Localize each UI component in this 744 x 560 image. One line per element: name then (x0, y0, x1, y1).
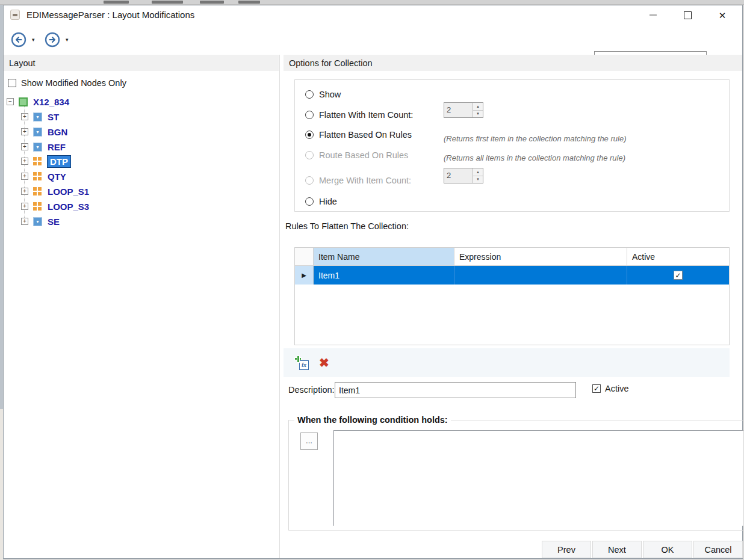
tree-node-label[interactable]: QTY (48, 171, 66, 182)
maximize-icon (684, 11, 692, 19)
tree-node-loop-s3[interactable]: + LOOP_S3 (21, 200, 89, 213)
merge-item-count-spinner: 2 ▲ ▼ (444, 168, 483, 183)
minimize-button (639, 5, 668, 25)
flatten-item-count-spinner: 2 ▲ ▼ (444, 102, 483, 118)
cell-expression[interactable] (454, 266, 627, 285)
tree-node-label[interactable]: SE (48, 217, 60, 227)
segment-icon: ▼ (33, 128, 42, 137)
radio-icon[interactable] (305, 111, 314, 119)
plus-icon (295, 356, 301, 362)
rules-section-label: Rules To Flatten The Collection: (285, 221, 409, 231)
rules-toolbar: fx ✖ (284, 348, 730, 377)
expand-icon[interactable]: + (21, 203, 28, 210)
tree-node-st[interactable]: + ▼ ST (21, 110, 59, 123)
tree-node-label[interactable]: BGN (48, 127, 67, 137)
radio-flatten-with-item-count[interactable]: Flatten With Item Count: (305, 110, 413, 120)
layout-panel-title: Layout (9, 58, 36, 68)
description-label: Description: (288, 385, 335, 395)
spinner-up-icon: ▲ (473, 168, 483, 176)
expand-icon[interactable]: + (21, 143, 28, 150)
ok-button[interactable]: OK (643, 541, 692, 558)
tree-node-label[interactable]: X12_834 (33, 97, 69, 107)
navigation-toolbar: ▾ ▾ Editing: EDIMessageParser ▾ (4, 25, 742, 55)
options-panel-header: Options for Collection (284, 55, 742, 71)
screen: EDIMessageParser : Layout Modifications … (0, 0, 744, 560)
minimize-icon (649, 14, 657, 16)
background-menu-fragment (152, 1, 183, 4)
radio-show[interactable]: Show (305, 90, 341, 99)
forward-dropdown-caret-icon[interactable]: ▾ (66, 37, 69, 43)
tree-node-bgn[interactable]: + ▼ BGN (21, 125, 67, 138)
collection-options-group: Show Flatten With Item Count: 2 ▲ ▼ Flat… (294, 79, 730, 212)
tree-node-label[interactable]: LOOP_S1 (48, 186, 89, 197)
cell-item-name[interactable]: Item1 (314, 266, 454, 285)
column-header-expression[interactable]: Expression (454, 248, 627, 265)
spinner-down-icon: ▼ (473, 110, 483, 118)
tree-node-se[interactable]: + ▼ SE (21, 215, 60, 228)
collection-icon (33, 202, 42, 211)
flatten-rules-hint: (Returns first item in the collection ma… (444, 134, 626, 143)
tree-node-qty[interactable]: + QTY (21, 170, 66, 183)
row-selector-cell[interactable]: ▶ (295, 266, 314, 285)
maximize-button[interactable] (673, 5, 702, 25)
tree-node-loop-s1[interactable]: + LOOP_S1 (21, 185, 89, 198)
grid-row-selected[interactable]: ▶ Item1 ✓ (295, 266, 729, 285)
tree-node-ref[interactable]: + ▼ REF (21, 140, 66, 153)
tree-node-label[interactable]: LOOP_S3 (48, 202, 89, 212)
tree-node-label[interactable]: REF (48, 142, 66, 152)
radio-icon[interactable] (305, 90, 314, 99)
expand-icon[interactable]: + (21, 128, 28, 135)
active-checkbox-checked[interactable]: ✓ (674, 271, 683, 280)
background-menu-fragment (200, 1, 224, 4)
radio-icon-selected[interactable] (305, 131, 314, 139)
expand-icon[interactable]: + (21, 218, 28, 225)
radio-icon-disabled (305, 151, 314, 159)
radio-hide-label: Hide (319, 197, 337, 206)
back-button[interactable] (11, 32, 26, 48)
column-header-active[interactable]: Active (627, 248, 729, 265)
close-button[interactable]: ✕ (708, 5, 737, 25)
radio-merge-count-label: Merge With Item Count: (319, 176, 411, 185)
description-input[interactable] (335, 382, 576, 398)
expand-icon[interactable]: + (21, 173, 28, 180)
tree-node-label-selected[interactable]: DTP (48, 156, 70, 167)
window-title: EDIMessageParser : Layout Modifications (26, 10, 194, 20)
rule-active-row[interactable]: ✓ Active (592, 384, 629, 393)
radio-icon[interactable] (305, 197, 314, 206)
expand-icon[interactable]: + (21, 158, 28, 165)
add-rule-button[interactable]: fx (295, 356, 309, 370)
tree-node-dtp[interactable]: + DTP (21, 155, 70, 168)
radio-route-based-on-rules: Route Based On Rules (305, 150, 408, 160)
cancel-button[interactable]: Cancel (693, 541, 743, 558)
delete-rule-button[interactable]: ✖ (319, 357, 329, 369)
panel-splitter[interactable] (279, 55, 280, 558)
expand-icon[interactable]: + (21, 188, 28, 195)
close-icon: ✕ (719, 11, 727, 20)
tree-node-root[interactable]: − X12_834 (7, 95, 69, 108)
radio-hide[interactable]: Hide (305, 197, 337, 206)
cell-active[interactable]: ✓ (627, 266, 729, 285)
back-dropdown-caret-icon[interactable]: ▾ (32, 37, 35, 43)
forward-button[interactable] (45, 32, 60, 48)
expand-icon[interactable]: + (21, 113, 28, 120)
show-modified-checkbox[interactable] (8, 79, 16, 87)
show-modified-nodes-row[interactable]: Show Modified Nodes Only (8, 78, 126, 88)
condition-expression-area[interactable] (333, 430, 743, 526)
next-button[interactable]: Next (592, 541, 642, 558)
title-bar[interactable]: EDIMessageParser : Layout Modifications … (4, 5, 742, 25)
background-menu-fragment (104, 1, 129, 4)
collapse-icon[interactable]: − (7, 98, 14, 105)
tree-node-label[interactable]: ST (48, 112, 59, 122)
column-header-item-name[interactable]: Item Name (314, 248, 454, 265)
radio-flatten-count-label: Flatten With Item Count: (319, 110, 413, 120)
radio-flatten-based-on-rules[interactable]: Flatten Based On Rules (305, 130, 412, 140)
segment-icon: ▼ (33, 143, 42, 152)
grid-corner-cell[interactable] (295, 248, 314, 265)
segment-icon: ▼ (33, 217, 42, 226)
collection-icon (33, 157, 42, 166)
grid-header-row: Item Name Expression Active (295, 248, 729, 266)
prev-button[interactable]: Prev (542, 541, 591, 558)
condition-ellipsis-button[interactable]: ... (300, 432, 318, 450)
rules-grid: Item Name Expression Active ▶ Item1 ✓ (294, 247, 730, 345)
rule-active-checkbox-checked[interactable]: ✓ (592, 384, 601, 393)
